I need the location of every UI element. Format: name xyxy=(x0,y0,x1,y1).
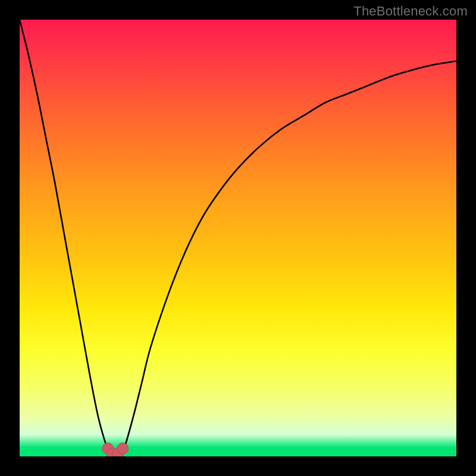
plot-area xyxy=(20,20,456,456)
watermark-text: TheBottleneck.com xyxy=(353,4,468,19)
curve-markers xyxy=(102,443,129,456)
curve-svg xyxy=(20,20,456,456)
chart-frame: TheBottleneck.com xyxy=(0,0,476,476)
bottleneck-curve xyxy=(20,20,456,456)
curve-marker xyxy=(117,443,129,454)
